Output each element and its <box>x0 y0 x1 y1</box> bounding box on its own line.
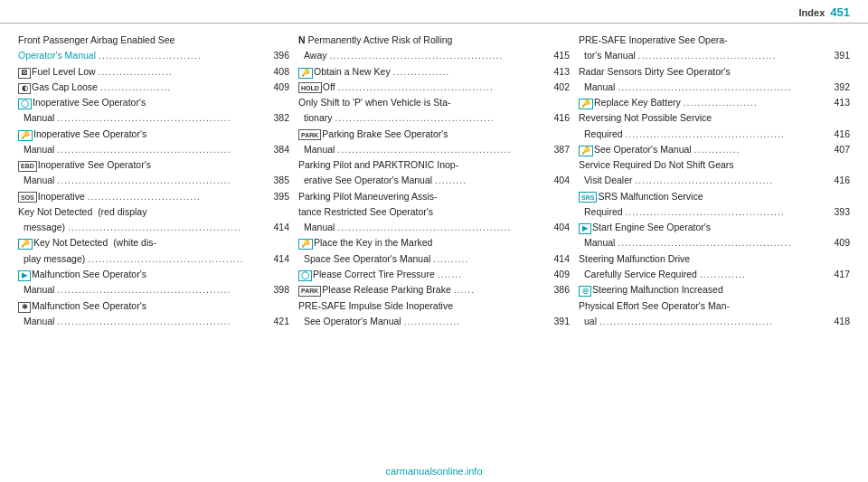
entry-start-engine: ▶ Start Engine See Operator's <box>579 220 850 234</box>
column-2: N Permanently Active Risk of Rolling Awa… <box>298 33 570 329</box>
entry-key-not-detected-red: Key Not Detected (red display <box>18 204 289 219</box>
fuel-icon: ⛝ <box>18 68 31 79</box>
entry-replace-battery: 🔑 Replace Key Battery ..................… <box>579 95 850 109</box>
entry-parking-brake-manual: Manual .................................… <box>298 142 570 156</box>
entry-start-engine-manual: Manual .................................… <box>579 235 850 250</box>
entry-key-not-detected-white-page: play message) ..........................… <box>18 251 289 266</box>
key-icon-white: 🔑 <box>18 239 33 250</box>
entry-gas-cap: ◐ Gas Cap Loose .................... 409 <box>18 80 289 94</box>
entry-inop1: ◯ Inoperative See Operator's <box>18 95 289 109</box>
entry-fuel-level: ⛝ Fuel Level Low ..................... 4… <box>18 64 289 79</box>
entry-see-operators: 🔑 See Operator's Manual ............. 40… <box>579 142 850 156</box>
entry-reversing: Reversing Not Possible Service <box>579 110 850 125</box>
entry-release-parking: PARK Please Release Parking Brake ......… <box>298 282 570 297</box>
footer-url: carmanualsonline.info <box>385 466 482 477</box>
entry-srs-required: Required ...............................… <box>579 204 850 219</box>
entry-inop2: 🔑 Inoperative See Operator's <box>18 127 289 141</box>
entry-operators-manual: Operator's Manual ......................… <box>18 48 289 62</box>
header-page: 451 <box>830 5 850 19</box>
footer: carmanualsonline.info <box>0 466 868 477</box>
steer-icon: ◎ <box>579 286 591 297</box>
entry-visit-dealer: Visit Dealer ...........................… <box>579 173 850 187</box>
park-icon: PARK <box>298 129 321 140</box>
sos-icon: SOS <box>18 192 37 203</box>
entry-steering-drive: Steering Malfunction Drive <box>579 251 850 266</box>
entry-malfunction2-manual: Manual .................................… <box>18 314 289 328</box>
entry-tire-pressure: ◯ Please Correct Tire Pressure ....... 4… <box>298 267 570 281</box>
gas-cap-icon: ◐ <box>18 83 31 94</box>
tire-icon: ◯ <box>298 270 312 281</box>
circ-icon: ◯ <box>18 99 32 109</box>
entry-presafe-inop-manual: tor's Manual ...........................… <box>579 48 850 62</box>
entry-presafe-impulse: PRE-SAFE Impulse Side Inoperative <box>298 298 570 313</box>
entry-parking-maneuvering: Parking Pilot Maneuvering Assis- <box>298 189 570 203</box>
entry-presafe-inop: PRE-SAFE Inoperative See Opera- <box>579 33 850 47</box>
entry-ebd-manual: Manual .................................… <box>18 173 289 187</box>
entry-parking-maneuvering-manual: Manual .................................… <box>298 220 570 234</box>
entry-ebd: EBD Inoperative See Operator's <box>18 157 289 172</box>
entry-malfunction2: ❄ Malfunction See Operator's <box>18 298 289 313</box>
entry-place-key-page: Space See Operator's Manual .......... 4… <box>298 251 570 266</box>
entry-key-not-detected-red-page: message) ...............................… <box>18 220 289 234</box>
key-circ-icon: 🔑 <box>18 130 33 141</box>
entry-presafe-impulse-manual: See Operator's Manual ................ 3… <box>298 314 570 328</box>
mal-icon: ▶ <box>18 270 31 281</box>
entry-srs: SRS SRS Malfunction Service <box>579 189 850 203</box>
entry-parking-brake: PARK Parking Brake See Operator's <box>298 127 570 141</box>
entry-malfunction1: ▶ Malfunction See Operator's <box>18 267 289 281</box>
entry-front-passenger: Front Passenger Airbag Enabled See <box>18 33 289 47</box>
entry-only-shift: Only Shift to 'P' when Vehicle is Sta- <box>298 95 570 109</box>
place-key-icon: 🔑 <box>298 239 313 250</box>
entry-steering-ual: ual ....................................… <box>579 314 850 328</box>
entry-parking-pilot-page: erative See Operator's Manual ......... … <box>298 173 570 187</box>
entry-n-permanently: N Permanently Active Risk of Rolling <box>298 33 570 47</box>
entry-key-not-detected-white: 🔑 Key Not Detected (white dis- <box>18 235 289 250</box>
entry-parking-pilot: Parking Pilot and PARKTRONIC Inop- <box>298 157 570 172</box>
column-1: Front Passenger Airbag Enabled See Opera… <box>18 33 289 329</box>
entry-steering-increased: ◎ Steering Malfunction Increased <box>579 282 850 297</box>
hold-icon: HOLD <box>298 82 322 93</box>
entry-place-key: 🔑 Place the Key in the Marked <box>298 235 570 250</box>
key-obtain-icon: 🔑 <box>298 68 313 79</box>
srs-icon: SRS <box>579 192 597 203</box>
ebd-icon: EBD <box>18 161 37 172</box>
header: Index 451 <box>0 0 868 24</box>
entry-steering-carefully: Carefully Service Required .............… <box>579 267 850 281</box>
entry-reversing-required: Required ...............................… <box>579 127 850 141</box>
snow-icon: ❄ <box>18 302 31 313</box>
header-title: Index <box>799 7 826 18</box>
entry-parking-maneuvering2: tance Restricted See Operator's <box>298 204 570 219</box>
entry-service-required: Service Required Do Not Shift Gears <box>579 157 850 172</box>
content: Front Passenger Airbag Enabled See Opera… <box>0 24 868 329</box>
entry-malfunction1-manual: Manual .................................… <box>18 282 289 297</box>
replace-key-icon: 🔑 <box>579 99 593 109</box>
entry-steering-physical: Physical Effort See Operator's Man- <box>579 298 850 313</box>
entry-inop2-manual: Manual .................................… <box>18 142 289 156</box>
entry-n-away: Away ...................................… <box>298 48 570 62</box>
entry-only-shift-page: tionary ................................… <box>298 110 570 125</box>
entry-radar-sensors: Radar Sensors Dirty See Operator's <box>579 64 850 79</box>
entry-hold-off: HOLD Off ...............................… <box>298 80 570 94</box>
column-3: PRE-SAFE Inoperative See Opera- tor's Ma… <box>579 33 850 329</box>
entry-obtain-key: 🔑 Obtain a New Key ................ 413 <box>298 64 570 79</box>
entry-sos: SOS Inoperative ........................… <box>18 189 289 203</box>
entry-inop1-manual: Manual .................................… <box>18 110 289 125</box>
see-op-icon: 🔑 <box>579 146 593 156</box>
entry-radar-sensors-manual: Manual .................................… <box>579 80 850 94</box>
start-icon: ▶ <box>579 223 591 234</box>
park-icon2: PARK <box>298 286 321 297</box>
